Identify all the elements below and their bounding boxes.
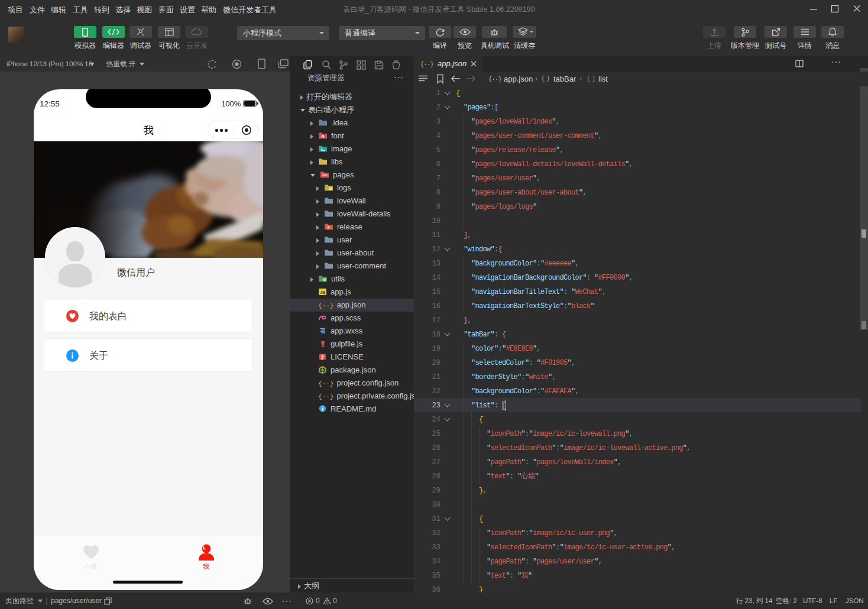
svg-text:A: A bbox=[321, 134, 325, 139]
svg-text:JS: JS bbox=[320, 290, 325, 295]
